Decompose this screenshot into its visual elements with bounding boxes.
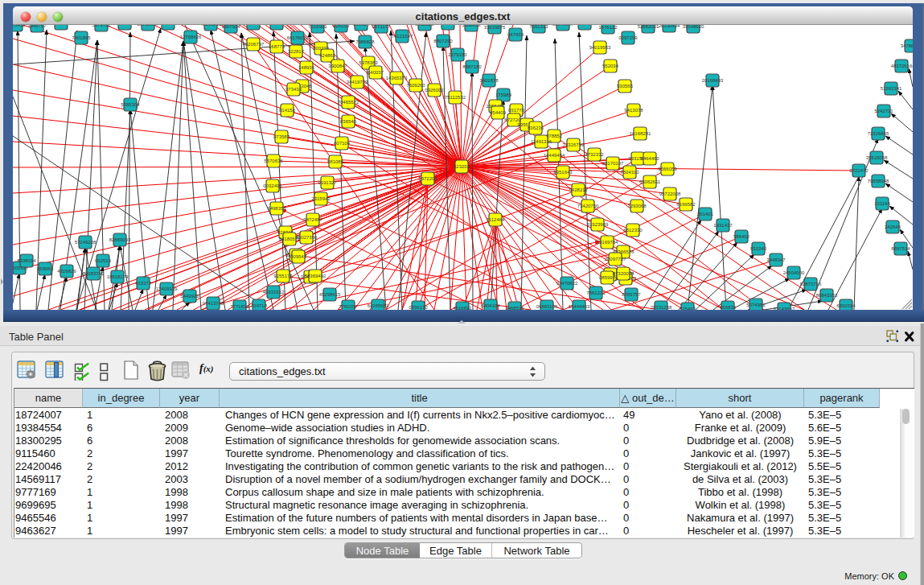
svg-text:0268599: 0268599 [244,25,263,26]
svg-text:3448347: 3448347 [766,257,786,262]
svg-text:9498355: 9498355 [267,206,286,211]
svg-text:20168493: 20168493 [702,78,724,83]
svg-text:85027390: 85027390 [296,235,318,240]
svg-text:39548620: 39548620 [683,25,704,29]
svg-text:46331912: 46331912 [263,290,285,295]
svg-text:82889093: 82889093 [109,237,131,242]
svg-text:1676122: 1676122 [598,25,618,30]
svg-text:94019953: 94019953 [589,45,611,50]
svg-text:7609260: 7609260 [406,83,425,88]
svg-text:66176031: 66176031 [287,35,309,40]
svg-text:83143667: 83143667 [774,307,795,310]
svg-text:0191327: 0191327 [318,180,337,185]
svg-text:586492: 586492 [733,234,750,239]
svg-text:009541: 009541 [290,254,307,259]
svg-text:07413748: 07413748 [203,301,224,306]
svg-text:433377: 433377 [135,281,152,286]
svg-text:175989: 175989 [495,93,512,97]
svg-text:8887180: 8887180 [462,64,482,69]
svg-text:9472487: 9472487 [303,217,322,222]
svg-text:92470822: 92470822 [556,281,578,286]
svg-text:131144: 131144 [874,201,890,206]
svg-text:831240: 831240 [750,246,767,251]
svg-text:80083740: 80083740 [83,271,105,276]
svg-text:5428211: 5428211 [569,187,589,192]
svg-text:168773: 168773 [269,44,285,49]
svg-text:14449454: 14449454 [544,153,565,158]
svg-text:3468535: 3468535 [505,306,524,310]
svg-text:17409319: 17409319 [156,286,178,291]
svg-text:18818174: 18818174 [107,274,129,279]
svg-text:9566053: 9566053 [658,167,677,171]
svg-text:7771834: 7771834 [230,304,249,309]
svg-text:46563212: 46563212 [200,25,222,27]
svg-text:7760207: 7760207 [339,304,358,309]
svg-text:836236: 836236 [528,126,544,130]
svg-text:9571177: 9571177 [372,25,392,29]
svg-text:8897514: 8897514 [891,246,910,251]
svg-text:35515058: 35515058 [866,155,888,160]
svg-text:48372616: 48372616 [891,64,913,68]
svg-text:242646: 242646 [885,225,901,229]
svg-text:5388853: 5388853 [462,25,481,27]
svg-text:9118625: 9118625 [52,25,72,26]
svg-text:014156: 014156 [279,108,296,113]
svg-text:002516: 002516 [95,258,112,263]
svg-text:4516691: 4516691 [453,306,472,310]
svg-text:72326865: 72326865 [868,131,889,136]
svg-text:7112464: 7112464 [487,217,506,222]
svg-text:4319829: 4319829 [57,269,76,274]
svg-text:5570636: 5570636 [264,159,283,163]
svg-text:5972203: 5972203 [418,176,437,181]
svg-text:16168281: 16168281 [630,131,651,136]
svg-text:623201: 623201 [454,164,470,169]
svg-text:7293068: 7293068 [627,204,647,208]
svg-text:57249208: 57249208 [75,240,97,245]
svg-text:6502014: 6502014 [836,303,856,308]
svg-text:552034: 552034 [602,64,619,68]
svg-text:0297299: 0297299 [618,35,638,40]
svg-text:7104974: 7104974 [115,25,134,26]
svg-text:26330434: 26330434 [659,25,680,28]
svg-text:20097737: 20097737 [605,257,626,262]
svg-text:928159: 928159 [333,25,350,28]
svg-text:1163726: 1163726 [576,25,595,26]
svg-text:8338014: 8338014 [17,258,36,263]
svg-text:34788783: 34788783 [901,43,913,48]
svg-text:031776: 031776 [508,108,525,113]
svg-text:6512330: 6512330 [623,228,643,233]
svg-text:1948757: 1948757 [27,25,47,28]
svg-text:073587: 073587 [273,134,290,139]
svg-text:836546: 836546 [340,119,357,124]
svg-text:9413078: 9413078 [624,108,643,113]
svg-text:7975432: 7975432 [13,25,26,27]
svg-text:12768426: 12768426 [180,35,202,39]
svg-text:6199582: 6199582 [676,202,696,207]
svg-text:3732332: 3732332 [585,152,604,157]
svg-text:6404104: 6404104 [481,303,500,308]
svg-text:5585304: 5585304 [121,102,140,107]
svg-text:11491316: 11491316 [531,139,552,144]
svg-text:7861221: 7861221 [586,290,606,295]
svg-text:3900847: 3900847 [328,64,347,68]
svg-text:06883106: 06883106 [536,304,558,309]
svg-text:34419792: 34419792 [347,80,368,84]
svg-text:841485: 841485 [440,25,457,26]
svg-text:047439: 047439 [507,32,524,37]
svg-text:33633875: 33633875 [484,25,506,30]
svg-text:5449920: 5449920 [180,294,199,299]
svg-text:5378383: 5378383 [359,60,378,65]
svg-text:666836: 666836 [720,305,737,310]
svg-text:50752917: 50752917 [138,25,159,27]
svg-text:640037: 640037 [368,70,384,75]
svg-text:70465572: 70465572 [338,100,359,105]
svg-text:261401: 261401 [697,212,714,216]
svg-text:61923969: 61923969 [587,222,609,227]
svg-text:0926002: 0926002 [425,88,444,93]
svg-text:14365370: 14365370 [386,76,408,80]
svg-text:7504310: 7504310 [620,170,639,175]
svg-text:535493: 535493 [680,307,696,310]
svg-text:322817: 322817 [288,49,305,54]
svg-text:87320008: 87320008 [613,271,634,276]
svg-text:704718: 704718 [251,303,268,308]
